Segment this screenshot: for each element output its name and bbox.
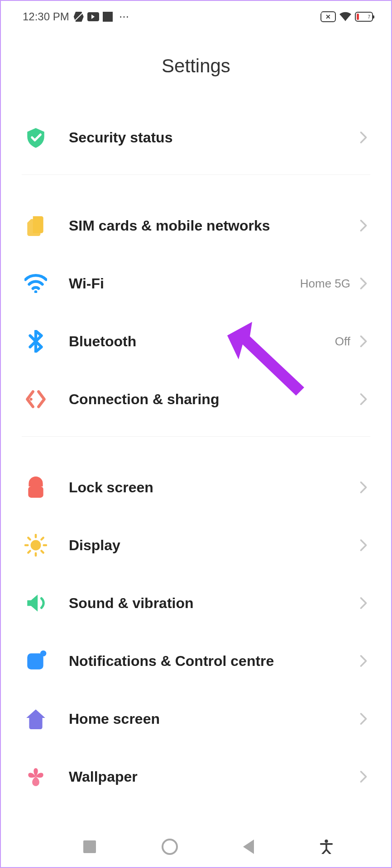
chevron-right-icon [359,597,368,609]
svg-line-9 [42,551,43,553]
row-notifications[interactable]: Notifications & Control centre [22,632,370,690]
bluetooth-icon [24,330,47,353]
row-connection-sharing[interactable]: Connection & sharing [22,370,370,428]
row-lock-screen[interactable]: Lock screen [22,458,370,516]
nav-back-button[interactable] [243,840,254,854]
row-label: Bluetooth [69,333,335,350]
chevron-right-icon [359,655,368,667]
chevron-right-icon [359,539,368,552]
square-app-icon [103,12,113,22]
svg-rect-2 [28,486,43,498]
svg-line-11 [42,538,43,539]
row-value: Home 5G [300,277,350,291]
svg-point-1 [29,398,32,401]
status-time: 12:30 PM [23,10,69,23]
row-label: Wi-Fi [69,275,300,292]
row-sound[interactable]: Sound & vibration [22,574,370,632]
chevron-right-icon [359,770,368,783]
home-icon [24,708,47,730]
divider [22,175,370,175]
row-bluetooth[interactable]: Bluetooth Off [22,312,370,370]
lock-icon [24,476,47,499]
svg-point-14 [325,840,328,843]
row-label: Home screen [69,711,359,727]
chevron-right-icon [359,277,368,290]
chevron-right-icon [359,712,368,725]
square-dot-icon [24,650,47,672]
data-transfer-icon [74,12,84,22]
sim-disabled-icon [320,11,336,22]
row-value: Off [335,335,350,349]
row-label: Connection & sharing [69,391,359,408]
svg-line-8 [28,538,30,539]
chevron-right-icon [359,131,368,144]
nav-recent-button[interactable] [83,840,96,853]
sun-icon [24,534,47,557]
share-chevrons-icon [24,388,47,410]
svg-line-10 [28,551,30,553]
row-label: Security status [69,129,359,146]
row-display[interactable]: Display [22,516,370,574]
row-wifi[interactable]: Wi-Fi Home 5G [22,255,370,312]
svg-point-13 [40,651,46,656]
chevron-right-icon [359,219,368,232]
page-title: Settings [1,33,391,108]
chevron-right-icon [359,481,368,494]
chevron-right-icon [359,393,368,406]
row-label: Lock screen [69,479,359,496]
flower-icon [24,765,47,788]
row-label: Display [69,537,359,554]
wifi-status-icon [339,12,351,22]
settings-list: Security status SIM cards & mobile netwo… [1,108,391,806]
status-right-icons: 7 [320,11,373,22]
row-wallpaper[interactable]: Wallpaper [22,748,370,806]
speaker-icon [24,592,47,614]
sim-icon [24,214,47,237]
row-label: Notifications & Control centre [69,653,359,670]
status-bar: 12:30 PM ⋯ 7 [1,1,391,33]
navigation-bar [1,826,391,867]
youtube-icon [87,12,99,21]
shield-check-icon [24,126,47,149]
nav-home-button[interactable] [162,839,178,855]
more-notifications-icon: ⋯ [119,11,130,23]
chevron-right-icon [359,335,368,348]
row-home-screen[interactable]: Home screen [22,690,370,748]
row-sim-cards[interactable]: SIM cards & mobile networks [22,197,370,255]
wifi-icon [24,272,47,295]
svg-point-3 [31,540,41,551]
divider [22,436,370,437]
row-label: Wallpaper [69,769,359,785]
battery-icon: 7 [355,12,373,22]
row-security-status[interactable]: Security status [22,108,370,166]
row-label: Sound & vibration [69,595,359,612]
accessibility-icon[interactable] [320,840,333,854]
svg-point-0 [34,290,38,292]
status-left-icons: ⋯ [74,11,130,23]
svg-rect-12 [27,653,43,669]
row-label: SIM cards & mobile networks [69,217,359,234]
